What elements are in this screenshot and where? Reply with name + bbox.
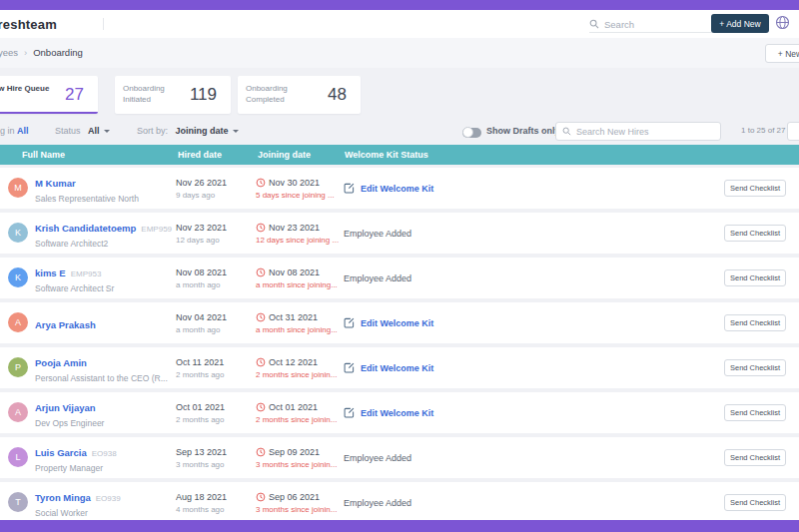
joining-date: Nov 30 2021 [269, 178, 320, 188]
name-cell: Tyron MingaEO939 Social Worker [35, 482, 121, 523]
joining-in-label: g in [0, 126, 15, 136]
show-drafts-toggle[interactable] [462, 128, 481, 138]
employee-job-title: Software Architect Sr [35, 283, 114, 293]
joining-overdue-text: 3 months since joinin... [256, 505, 337, 514]
name-cell: Pooja Amin Personal Assistant to the CEO… [35, 347, 168, 388]
app-switcher-globe-icon[interactable] [775, 15, 790, 30]
welcome-kit-cell: Edit Welcome Kit [344, 392, 433, 433]
status-label: Status [55, 126, 81, 136]
joining-date-cell: Oct 01 2021 2 months since joinin... [256, 392, 337, 433]
search-icon [562, 127, 571, 136]
edit-welcome-kit-link[interactable]: Edit Welcome Kit [344, 407, 433, 418]
status-value[interactable]: All [88, 126, 100, 136]
employee-name-link[interactable]: Arjun Vijayan [35, 402, 96, 413]
card-onboarding-completed[interactable]: Onboarding Completed 48 [238, 76, 361, 114]
name-cell: Krish CandidatetoempEMP959 Software Arch… [35, 213, 172, 254]
clock-icon [256, 312, 266, 322]
employee-name-link[interactable]: Krish Candidatetoemp [35, 223, 136, 234]
send-checklist-button[interactable]: Send Checklist [724, 314, 786, 331]
table-row: P Pooja Amin Personal Assistant to the C… [0, 347, 799, 388]
table-row: A Arya Prakash Nov 04 2021 a month ago O… [0, 302, 799, 343]
hired-date: Nov 23 2021 [176, 223, 227, 233]
table-row: M M Kumar Sales Representative North Nov… [0, 168, 799, 209]
freshteam-logo: freshteam [0, 17, 57, 32]
breadcrumb-parent[interactable]: Employees [0, 47, 18, 58]
clock-icon [256, 357, 266, 367]
name-cell: Arya Prakash [35, 302, 96, 343]
hired-date-cell: Nov 26 2021 9 days ago [176, 168, 227, 209]
sort-value[interactable]: Joining date [176, 126, 229, 136]
avatar: A [8, 312, 28, 332]
hired-date-cell: Aug 18 2021 4 months ago [176, 482, 227, 523]
send-checklist-button[interactable]: Send Checklist [724, 225, 786, 242]
employee-name-link[interactable]: Tyron Minga [35, 492, 91, 503]
chevron-down-icon [104, 130, 110, 133]
status-filter[interactable]: Status All [55, 126, 110, 136]
edit-welcome-kit-link[interactable]: Edit Welcome Kit [344, 317, 433, 328]
card-value: 27 [65, 85, 84, 105]
employee-job-title: Social Worker [35, 508, 121, 518]
new-button[interactable]: + New [765, 44, 799, 63]
joining-date: Sep 09 2021 [269, 447, 320, 457]
filter-bar: g in All Status All Sort by: Joining dat… [0, 122, 799, 144]
send-checklist-button[interactable]: Send Checklist [724, 449, 786, 466]
send-checklist-button[interactable]: Send Checklist [724, 269, 786, 286]
employee-name-link[interactable]: Arya Prakash [35, 319, 96, 330]
joining-overdue-text: 2 months since joinin... [256, 370, 337, 379]
joining-date-cell: Nov 08 2021 a month since joining... [256, 258, 338, 298]
hired-date-cell: Nov 08 2021 a month ago [176, 258, 227, 298]
card-value: 119 [190, 85, 217, 105]
employee-name-link[interactable]: Pooja Amin [35, 357, 87, 368]
card-onboarding-initiated[interactable]: Onboarding Initiated 119 [115, 76, 231, 114]
avatar: K [8, 223, 28, 243]
add-new-button[interactable]: + Add New [711, 14, 769, 33]
card-new-hire-queue[interactable]: New Hire Queue 27 [0, 76, 98, 114]
hired-date: Sep 13 2021 [176, 447, 227, 457]
employee-name-link[interactable]: M Kumar [35, 178, 76, 189]
edit-welcome-kit-link[interactable]: Edit Welcome Kit [344, 183, 433, 194]
employee-id: EMP959 [141, 225, 172, 234]
send-checklist-button[interactable]: Send Checklist [724, 494, 786, 511]
welcome-kit-cell: Employee Added [344, 437, 411, 478]
chevron-down-icon [233, 130, 239, 133]
table-rows: M M Kumar Sales Representative North Nov… [0, 168, 799, 527]
employee-id: EO939 [96, 494, 121, 503]
welcome-kit-cell: Edit Welcome Kit [344, 347, 433, 388]
welcome-kit-cell: Edit Welcome Kit [344, 302, 433, 343]
hired-date-cell: Oct 11 2021 2 months ago [176, 347, 224, 388]
joining-in-filter[interactable]: g in All [0, 126, 29, 136]
employee-job-title: Personal Assistant to the CEO (R... [35, 373, 168, 383]
joining-date: Nov 08 2021 [269, 267, 320, 277]
new-hires-search-input[interactable]: Search New Hires [555, 122, 721, 141]
joining-date-cell: Sep 06 2021 3 months since joinin... [256, 482, 337, 523]
sort-filter[interactable]: Sort by: Joining date [137, 126, 239, 136]
send-checklist-button[interactable]: Send Checklist [724, 404, 786, 421]
employee-job-title: Property Manager [35, 463, 117, 473]
joining-overdue-text: 5 days since joining ... [256, 191, 335, 200]
employee-job-title: Software Architect2 [35, 239, 170, 249]
hired-date-cell: Nov 04 2021 a month ago [176, 302, 227, 343]
hired-date-relative: 9 days ago [176, 191, 227, 200]
global-search-input[interactable]: Search [589, 16, 719, 33]
table-row: L Luis GarciaEO938 Property Manager Sep … [0, 437, 799, 478]
joining-overdue-text: 3 months since joinin... [256, 460, 337, 469]
avatar: T [8, 492, 28, 512]
joining-date-cell: Oct 12 2021 2 months since joinin... [256, 347, 337, 388]
name-cell: kims EEMP953 Software Architect Sr [35, 258, 114, 298]
column-header-joining-date: Joining date [258, 150, 311, 160]
hired-date-relative: a month ago [176, 280, 227, 289]
employee-name-link[interactable]: Luis Garcia [35, 447, 87, 458]
pagination-next-button[interactable] [787, 122, 799, 141]
avatar: L [8, 447, 28, 467]
bottom-purple-bar [0, 520, 799, 532]
send-checklist-button[interactable]: Send Checklist [724, 359, 786, 376]
joining-in-value[interactable]: All [17, 126, 29, 136]
employee-name-link[interactable]: kims E [35, 267, 66, 278]
employee-id: EO938 [92, 449, 117, 458]
hired-date-relative: 2 months ago [176, 415, 225, 424]
send-checklist-button[interactable]: Send Checklist [724, 180, 786, 197]
edit-welcome-kit-link[interactable]: Edit Welcome Kit [344, 362, 433, 373]
name-cell: Arjun Vijayan Dev Ops Engineer [35, 392, 104, 433]
hired-date-relative: a month ago [176, 325, 227, 334]
table-row: K Krish CandidatetoempEMP959 Software Ar… [0, 213, 799, 254]
